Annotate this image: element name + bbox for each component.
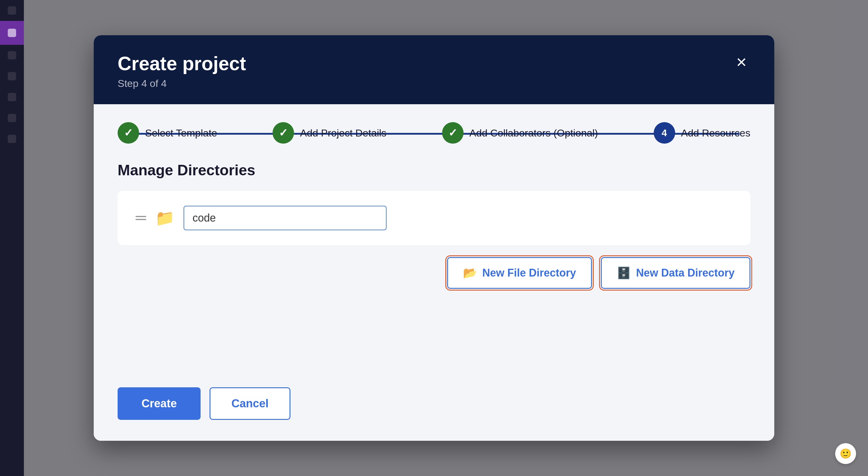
new-data-directory-button[interactable]: 🗄️ New Data Directory bbox=[601, 257, 750, 289]
create-project-modal: Create project Step 4 of 4 × ✓ Select Te… bbox=[94, 35, 774, 441]
new-file-directory-button[interactable]: 📂 New File Directory bbox=[447, 257, 592, 289]
cancel-button[interactable]: Cancel bbox=[210, 387, 290, 420]
sidebar bbox=[0, 0, 24, 476]
action-row: 📂 New File Directory 🗄️ New Data Directo… bbox=[118, 257, 750, 289]
step-3: ✓ Add Collaborators (Optional) bbox=[442, 122, 598, 144]
avatar-icon: 🙂 bbox=[840, 448, 851, 459]
sidebar-item-4[interactable] bbox=[0, 108, 24, 128]
directory-area: 📁 bbox=[118, 191, 750, 245]
drag-line-2 bbox=[135, 219, 146, 220]
step-4: 4 Add Resources bbox=[654, 122, 750, 144]
active-icon bbox=[8, 29, 16, 37]
create-button[interactable]: Create bbox=[118, 387, 200, 420]
nav-icon-1 bbox=[8, 51, 16, 59]
content-spacer bbox=[118, 289, 750, 378]
section-title: Manage Directories bbox=[118, 161, 750, 179]
step-4-circle: 4 bbox=[654, 122, 675, 144]
sidebar-item-2[interactable] bbox=[0, 66, 24, 87]
nav-icon-2 bbox=[8, 72, 16, 80]
step-1-checkmark: ✓ bbox=[124, 127, 133, 139]
data-directory-icon: 🗄️ bbox=[617, 266, 631, 279]
folder-icon: 📁 bbox=[155, 209, 175, 227]
nav-icon-3 bbox=[8, 93, 16, 101]
modal-footer: Create Cancel bbox=[118, 378, 750, 420]
modal-wrapper: Create project Step 4 of 4 × ✓ Select Te… bbox=[94, 35, 774, 441]
step-1: ✓ Select Template bbox=[118, 122, 217, 144]
stepper: ✓ Select Template ✓ Add Project Details … bbox=[118, 122, 750, 144]
close-button[interactable]: × bbox=[733, 53, 750, 71]
modal-header-text: Create project Step 4 of 4 bbox=[118, 53, 246, 89]
step-3-checkmark: ✓ bbox=[448, 127, 457, 139]
sidebar-item-3[interactable] bbox=[0, 87, 24, 108]
logo-icon bbox=[8, 6, 16, 14]
modal-body: ✓ Select Template ✓ Add Project Details … bbox=[94, 104, 774, 441]
step-2-label: Add Project Details bbox=[300, 127, 386, 139]
sidebar-item-logo[interactable] bbox=[0, 0, 24, 21]
step-1-label: Select Template bbox=[145, 127, 217, 139]
drag-line-1 bbox=[135, 216, 146, 217]
step-1-circle: ✓ bbox=[118, 122, 139, 144]
sidebar-item-1[interactable] bbox=[0, 45, 24, 66]
step-2: ✓ Add Project Details bbox=[273, 122, 386, 144]
file-directory-icon: 📂 bbox=[463, 266, 477, 279]
nav-icon-5 bbox=[8, 135, 16, 143]
modal-header: Create project Step 4 of 4 × bbox=[94, 35, 774, 104]
nav-icon-4 bbox=[8, 114, 16, 122]
drag-handle[interactable] bbox=[135, 216, 146, 220]
step-2-checkmark: ✓ bbox=[279, 127, 288, 139]
modal-title: Create project bbox=[118, 53, 246, 74]
stepper-steps: ✓ Select Template ✓ Add Project Details … bbox=[118, 122, 750, 144]
step-4-number: 4 bbox=[662, 127, 667, 139]
step-3-label: Add Collaborators (Optional) bbox=[469, 127, 598, 139]
step-3-circle: ✓ bbox=[442, 122, 464, 144]
step-4-label: Add Resources bbox=[681, 127, 750, 139]
new-data-directory-label: New Data Directory bbox=[636, 267, 735, 279]
sidebar-item-5[interactable] bbox=[0, 128, 24, 149]
modal-subtitle: Step 4 of 4 bbox=[118, 78, 246, 89]
help-avatar[interactable]: 🙂 bbox=[835, 443, 856, 464]
new-file-directory-label: New File Directory bbox=[483, 267, 576, 279]
sidebar-item-active[interactable] bbox=[0, 21, 24, 45]
directory-name-input[interactable] bbox=[184, 206, 386, 230]
directory-row: 📁 bbox=[135, 206, 733, 230]
step-2-circle: ✓ bbox=[273, 122, 294, 144]
